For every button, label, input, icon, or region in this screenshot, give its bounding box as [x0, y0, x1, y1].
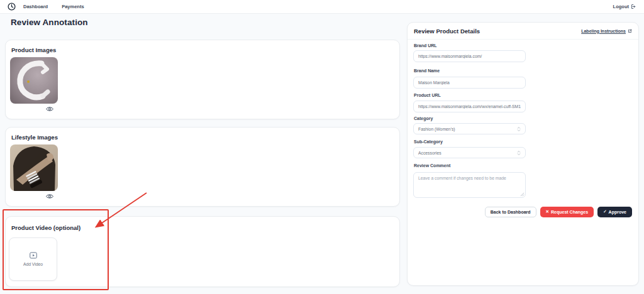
- category-label: Category: [414, 116, 433, 121]
- logout-icon: [631, 4, 636, 9]
- add-video-button[interactable]: Add Video: [9, 237, 57, 281]
- labeling-instructions-link[interactable]: Labeling Instructions: [581, 29, 632, 33]
- eye-icon: [46, 106, 53, 112]
- logout-button[interactable]: Logout: [613, 4, 636, 9]
- request-changes-label: Request Changes: [551, 210, 588, 214]
- select-chevrons-icon: [517, 126, 521, 132]
- request-changes-button[interactable]: ✕ Request Changes: [540, 207, 594, 217]
- lifestyle-image-thumbnail[interactable]: [10, 144, 58, 191]
- product-images-card: Product Images: [5, 40, 400, 119]
- preview-lifestyle-image-button[interactable]: [45, 192, 55, 200]
- select-chevrons-icon: [517, 150, 521, 156]
- sub-category-select[interactable]: Accessories: [413, 147, 526, 158]
- brand-name-label: Brand Name: [414, 68, 440, 73]
- lifestyle-images-title: Lifestyle Images: [11, 134, 58, 141]
- review-comment-label: Review Comment: [414, 163, 450, 168]
- page-title: Review Annotation: [11, 18, 88, 27]
- nav-dashboard[interactable]: Dashboard: [23, 4, 48, 9]
- preview-product-image-button[interactable]: [45, 105, 55, 112]
- approve-button[interactable]: ✓ Approve: [597, 207, 632, 217]
- brand-name-input[interactable]: [413, 77, 526, 89]
- review-comment-wrap: [413, 172, 526, 198]
- approve-label: Approve: [609, 210, 626, 214]
- labeling-instructions-label: Labeling Instructions: [581, 29, 626, 33]
- review-product-details-card: Review Product Details Labeling Instruct…: [407, 22, 639, 286]
- details-header: Review Product Details Labeling Instruct…: [408, 23, 638, 40]
- x-icon: ✕: [546, 210, 549, 214]
- product-video-title: Product Video (optional): [11, 224, 80, 231]
- topbar: Dashboard Payments Logout: [0, 0, 644, 14]
- category-value: Fashion (Women's): [418, 127, 455, 131]
- brand-url-input[interactable]: [413, 50, 526, 62]
- brand-url-label: Brand URL: [414, 43, 437, 48]
- details-actions-row: Back to Dashboard ✕ Request Changes ✓ Ap…: [485, 207, 632, 217]
- video-icon: [30, 252, 37, 259]
- product-image-thumbnail[interactable]: [10, 57, 58, 104]
- sub-category-value: Accessories: [418, 151, 441, 155]
- product-url-input[interactable]: [413, 101, 526, 112]
- back-to-dashboard-label: Back to Dashboard: [491, 210, 531, 214]
- check-icon: ✓: [603, 210, 606, 214]
- product-url-label: Product URL: [414, 93, 441, 97]
- logout-label: Logout: [613, 4, 629, 9]
- lifestyle-images-card: Lifestyle Images: [5, 127, 400, 207]
- external-link-icon: [628, 29, 632, 33]
- back-to-dashboard-button[interactable]: Back to Dashboard: [485, 207, 536, 217]
- product-images-title: Product Images: [11, 46, 56, 53]
- add-video-label: Add Video: [23, 262, 43, 266]
- app-logo-icon[interactable]: [8, 3, 16, 11]
- eye-icon: [46, 193, 53, 199]
- category-select[interactable]: Fashion (Women's): [413, 123, 526, 134]
- sub-category-label: Sub-Category: [414, 139, 443, 144]
- details-title: Review Product Details: [414, 28, 480, 35]
- product-video-card: Product Video (optional) Add Video: [5, 216, 400, 287]
- review-comment-textarea[interactable]: [413, 172, 526, 198]
- nav-payments[interactable]: Payments: [62, 4, 84, 9]
